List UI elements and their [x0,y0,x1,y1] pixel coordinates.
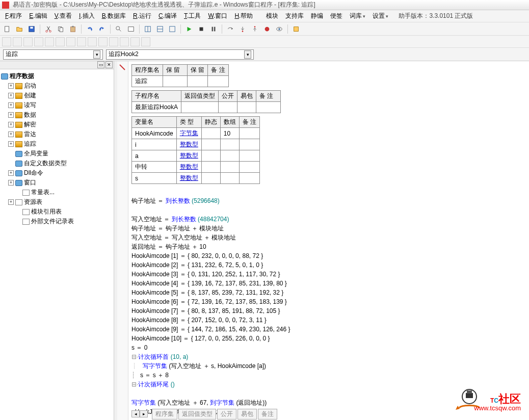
close-pane-button[interactable]: ✕ [105,61,113,68]
menu-settings[interactable]: 设置 [369,11,391,21]
expand-icon[interactable]: + [8,102,14,108]
tree-node[interactable]: +读写 [1,100,113,110]
tree-node[interactable]: 常量表... [1,188,113,197]
new-button[interactable] [2,24,12,34]
tree-node[interactable]: +雷达 [1,129,113,139]
tool2-3[interactable] [23,37,33,46]
stop-button[interactable] [196,24,206,34]
watch-button[interactable] [274,24,284,34]
expand-icon[interactable]: + [8,93,14,98]
menu-file[interactable]: F.程序 [2,11,25,21]
step-into-button[interactable] [237,24,248,34]
tree-node[interactable]: +启动 [1,81,113,91]
undo-button[interactable] [85,24,95,34]
save-button[interactable] [27,24,37,34]
expand-icon[interactable]: + [8,170,14,176]
pause-button[interactable] [208,24,219,34]
menu-module[interactable]: 模块 [263,11,281,21]
paste-button[interactable] [68,24,78,34]
menu-view[interactable]: V.查看 [51,11,75,21]
table-row[interactable]: 追踪 [132,76,229,87]
layout3-button[interactable] [167,24,177,34]
menu-tools[interactable]: T.工具 [181,11,204,21]
tool2-4[interactable] [34,37,43,46]
minimize-pane-button[interactable]: ▭ [97,61,104,68]
tree-node[interactable]: 自定义数据类型 [1,159,113,168]
sub-combo[interactable]: 追踪Hook2 [106,49,254,60]
bottom-tab[interactable]: 易包 [237,409,257,419]
copy-button[interactable] [56,24,66,34]
table-row[interactable]: 最新追踪HookA [132,102,281,113]
redo-button[interactable] [97,24,107,34]
expand-icon[interactable]: + [8,141,14,147]
module-combo[interactable]: 追踪 [3,49,103,60]
run-button[interactable] [184,24,194,34]
bottom-tab[interactable]: 程序集 [152,409,177,419]
expand-icon[interactable]: + [8,199,14,205]
menu-help[interactable]: H.帮助 [231,11,256,21]
tool2-8[interactable] [77,37,86,46]
chevron-down-icon[interactable] [244,50,251,59]
table-row[interactable]: 中转整数型 [132,162,260,173]
scroll-left-button[interactable]: ◂ [131,410,140,417]
tool2-13[interactable] [130,37,140,46]
menu-wordlib[interactable]: 词库 [347,11,368,21]
table-row[interactable]: HookAimcode字节集10 [132,128,260,139]
menu-support[interactable]: 支持库 [282,11,307,21]
expand-icon[interactable]: + [8,83,14,89]
tree-node[interactable]: +创建 [1,91,113,100]
expand-icon[interactable]: + [8,122,14,127]
tree-node[interactable]: +资源表 [1,197,113,207]
menu-note[interactable]: 便签 [327,11,346,21]
menu-compile[interactable]: C.编译 [155,11,180,21]
tree-node[interactable]: 外部文件记录表 [1,217,113,226]
layout1-button[interactable] [143,24,153,34]
expand-icon[interactable]: + [8,112,14,118]
cut-button[interactable] [43,24,54,34]
bottom-tab[interactable]: 返回值类型 [178,409,216,419]
tool2-1[interactable] [2,37,11,46]
tool2-5[interactable] [45,37,54,46]
tree-node[interactable]: +解密 [1,120,113,129]
find-button[interactable] [114,24,124,34]
step-over-button[interactable] [225,24,235,34]
table-row[interactable]: i整数型 [132,139,260,150]
menu-database[interactable]: B.数据库 [99,11,129,21]
menu-edit[interactable]: E.编辑 [26,11,50,21]
menu-insert[interactable]: I.插入 [76,11,98,21]
code-editor[interactable]: 程序集名 保 留 保 留 备 注 追踪 子程序名 返回值类型 公开 易包 备 注 [117,61,529,420]
chevron-down-icon[interactable] [93,50,100,59]
tree-node[interactable]: 模块引用表 [1,207,113,217]
tool2-10[interactable] [98,37,108,46]
menu-static[interactable]: 静编 [308,11,326,21]
menu-run[interactable]: R.运行 [130,11,154,21]
scroll-right-button[interactable]: ▸ [140,410,148,417]
expand-icon[interactable]: + [8,132,14,137]
table-row[interactable]: s整数型 [132,173,260,184]
bottom-tab[interactable]: 公开 [217,409,236,419]
tool2-11[interactable] [109,37,118,46]
open-button[interactable] [14,24,24,34]
tree-node[interactable]: +追踪 [1,139,113,149]
tool2-2[interactable] [13,37,22,46]
tool2-14[interactable] [141,37,150,46]
bottom-tab[interactable]: 备注 [258,409,277,419]
table-row[interactable]: a整数型 [132,150,260,162]
layout2-button[interactable] [155,24,165,34]
tool2-12[interactable] [120,37,129,46]
breakpoint-button[interactable] [262,24,272,34]
expand-icon[interactable]: + [8,180,14,186]
step-out-button[interactable] [250,24,260,34]
tree-node[interactable]: +Dll命令 [1,168,113,178]
tool2-9[interactable] [88,37,97,46]
tree-node[interactable]: +数据 [1,110,113,120]
tree-root[interactable]: 程序数据 [1,71,113,81]
tree-node[interactable]: +窗口 [1,178,113,188]
project-tree[interactable]: 程序数据 +启动+创建+读写+数据+解密+雷达+追踪全局变量自定义数据类型+Dl… [0,69,114,420]
tool2-6[interactable] [56,37,65,46]
bookmark-button[interactable] [126,24,136,34]
tree-node[interactable]: 全局变量 [1,149,113,159]
menu-window[interactable]: W.窗口 [205,11,230,21]
tool-extra-button[interactable] [291,24,301,34]
tool2-7[interactable] [66,37,75,46]
